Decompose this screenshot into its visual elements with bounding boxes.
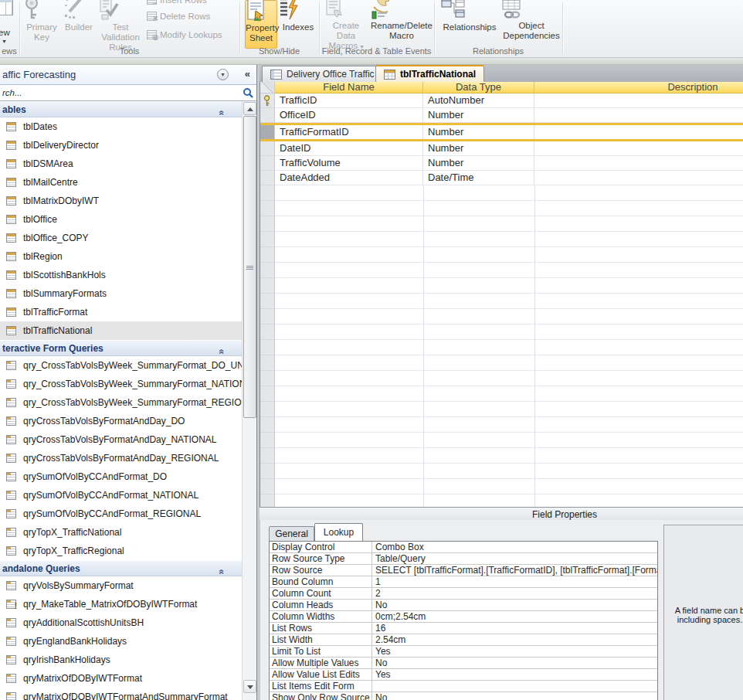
object-dependencies-button[interactable]: Object Dependencies	[500, 0, 562, 49]
list-item[interactable]: qrySumOfVolByCCAndFormat_REGIONAL	[0, 505, 242, 523]
data-type-cell[interactable]: Number	[423, 156, 534, 171]
field-name-cell[interactable]: TrafficID	[275, 93, 423, 108]
tab-general[interactable]: General	[269, 526, 314, 541]
list-item[interactable]: qryAdditionalScottishUnitsBH	[0, 613, 242, 632]
nav-pane-menu-button[interactable]: ▼	[217, 69, 229, 80]
shutter-close-icon[interactable]: «	[245, 68, 250, 80]
property-row: Bound Column 1	[270, 576, 657, 588]
description-cell[interactable]	[534, 93, 743, 108]
empty-grid-rows[interactable]	[260, 185, 743, 507]
data-type-cell[interactable]: Number	[423, 141, 534, 156]
list-item[interactable]: tblScottishBankHols	[0, 266, 242, 284]
list-item[interactable]: tblTrafficFormat	[0, 303, 242, 321]
property-value[interactable]	[372, 681, 657, 692]
data-type-cell[interactable]: AutoNumber	[423, 93, 534, 108]
list-item[interactable]: qryIrishBankHolidays	[0, 651, 242, 669]
list-item[interactable]: qryMatrixOfDOByIWTFormatAndSummaryFormat	[0, 688, 242, 700]
property-value[interactable]: Yes	[372, 669, 657, 681]
property-value[interactable]: 0cm;2.54cm	[372, 611, 657, 623]
list-item[interactable]: tblOffice_COPY	[0, 229, 242, 247]
section-header-tables[interactable]: ables «	[0, 101, 242, 117]
insert-rows-button[interactable]: Insert Rows	[147, 0, 207, 5]
property-value[interactable]: Combo Box	[372, 542, 657, 553]
tab-lookup[interactable]: Lookup	[314, 523, 363, 541]
list-item[interactable]: qryTopX_TrafficNational	[0, 523, 242, 542]
list-item[interactable]: tblOffice	[0, 210, 242, 229]
list-item[interactable]: tblRegion	[0, 247, 242, 266]
row-selector[interactable]	[260, 156, 275, 171]
modify-lookups-button[interactable]: Modify Lookups	[147, 30, 222, 39]
field-name-cell[interactable]: TrafficFormatID	[275, 125, 423, 139]
section-header-standalone-queries[interactable]: andalone Queries «	[0, 560, 242, 576]
view-button[interactable]: ew ▼	[0, 0, 19, 49]
search-input[interactable]	[0, 85, 239, 100]
property-value[interactable]: 2.54cm	[372, 634, 657, 646]
row-selector[interactable]	[260, 93, 275, 108]
list-item[interactable]: tblDates	[0, 117, 242, 136]
list-item[interactable]: qrySumOfVolByCCAndFormat_NATIONAL	[0, 486, 242, 505]
property-value[interactable]: Yes	[372, 646, 657, 658]
scrollbar-thumb[interactable]	[243, 116, 256, 418]
field-name-cell[interactable]: OfficeID	[275, 108, 423, 123]
primary-key-button[interactable]: Primary Key	[23, 0, 60, 49]
description-cell[interactable]	[534, 171, 743, 185]
property-value[interactable]: SELECT [tblTrafficFormat].[TrafficFormat…	[372, 565, 657, 576]
list-item[interactable]: qry_CrossTabVolsByWeek_SummaryFormat_NAT…	[0, 375, 242, 393]
property-sheet-button[interactable]: Property Sheet	[245, 0, 277, 49]
list-item[interactable]: qrySumOfVolByCCAndFormat_DO	[0, 467, 242, 486]
list-item[interactable]: tblMatrixDObyIWT	[0, 192, 242, 210]
property-value[interactable]: 2	[372, 588, 657, 600]
field-name-cell[interactable]: DateID	[275, 141, 423, 156]
property-value[interactable]: 16	[372, 623, 657, 634]
property-value[interactable]: No	[372, 692, 657, 700]
list-item[interactable]: qryVolsBySummaryFormat	[0, 576, 242, 595]
create-data-macros-button[interactable]: Create Data Macros ▾	[324, 0, 368, 49]
scroll-up-button[interactable]	[243, 102, 256, 115]
nav-scrollbar[interactable]	[242, 101, 256, 700]
list-item[interactable]: qryCrossTabVolsByFormatAndDay_NATIONAL	[0, 430, 242, 449]
description-cell[interactable]	[534, 125, 743, 139]
data-type-cell[interactable]: Number	[423, 108, 534, 123]
data-type-cell[interactable]: Number	[423, 125, 534, 139]
scroll-down-button[interactable]	[243, 680, 256, 693]
list-item[interactable]: qryMatrixOfDOByIWTFormat	[0, 669, 242, 688]
view-dropdown-caret-icon[interactable]: ▼	[2, 39, 7, 44]
tab-tbltrafficnational[interactable]: tblTrafficNational	[375, 65, 484, 82]
list-item[interactable]: qryCrossTabVolsByFormatAndDay_DO	[0, 412, 242, 430]
list-item[interactable]: qry_CrossTabVolsByWeek_SummaryFormat_DO_…	[0, 356, 242, 375]
description-cell[interactable]	[534, 108, 743, 123]
list-item[interactable]: qryTopX_TrafficRegional	[0, 542, 242, 560]
list-item[interactable]: tblDSMArea	[0, 155, 242, 173]
relationships-button[interactable]: Relationships	[440, 0, 499, 49]
search-icon[interactable]	[243, 87, 253, 98]
list-item[interactable]: tblMailCentre	[0, 173, 242, 192]
row-selector[interactable]	[260, 141, 275, 156]
list-item[interactable]: tblDeliveryDirector	[0, 136, 242, 155]
row-selector[interactable]	[260, 125, 275, 139]
list-item[interactable]: qryEnglandBankHolidays	[0, 632, 242, 651]
list-item[interactable]: tblSummaryFormats	[0, 284, 242, 303]
tab-delivery-office-traffic[interactable]: Delivery Office Traffic	[262, 66, 383, 82]
rename-delete-macro-button[interactable]: Rename/Delete Macro	[370, 0, 433, 49]
section-header-interactive-form-queries[interactable]: teractive Form Queries «	[0, 340, 242, 356]
test-validation-rules-button[interactable]: Test Validation Rules	[96, 0, 145, 49]
data-type-cell[interactable]: Date/Time	[423, 171, 534, 185]
indexes-button[interactable]: Indexes	[279, 0, 317, 49]
property-value[interactable]: No	[372, 658, 657, 669]
description-cell[interactable]	[534, 141, 743, 156]
list-item[interactable]: qry_CrossTabVolsByWeek_SummaryFormat_REG…	[0, 393, 242, 412]
row-selector[interactable]	[260, 108, 275, 123]
row-selector[interactable]	[260, 171, 275, 185]
nav-pane-header[interactable]: affic Forecasting ▼ «	[0, 65, 256, 85]
delete-rows-button[interactable]: Delete Rows	[147, 12, 210, 21]
builder-button[interactable]: Builder	[62, 0, 96, 49]
list-item[interactable]: qryCrossTabVolsByFormatAndDay_REGIONAL	[0, 449, 242, 467]
property-value[interactable]: Table/Query	[372, 553, 657, 565]
list-item[interactable]: qry_MakeTable_MatrixOfDOByIWTFormat	[0, 595, 242, 613]
description-cell[interactable]	[534, 156, 743, 171]
field-name-cell[interactable]: DateAdded	[275, 171, 423, 185]
property-value[interactable]: 1	[372, 576, 657, 588]
property-value[interactable]: No	[372, 600, 657, 611]
field-name-cell[interactable]: TrafficVolume	[275, 156, 423, 171]
list-item[interactable]: tblTrafficNational	[0, 321, 242, 340]
